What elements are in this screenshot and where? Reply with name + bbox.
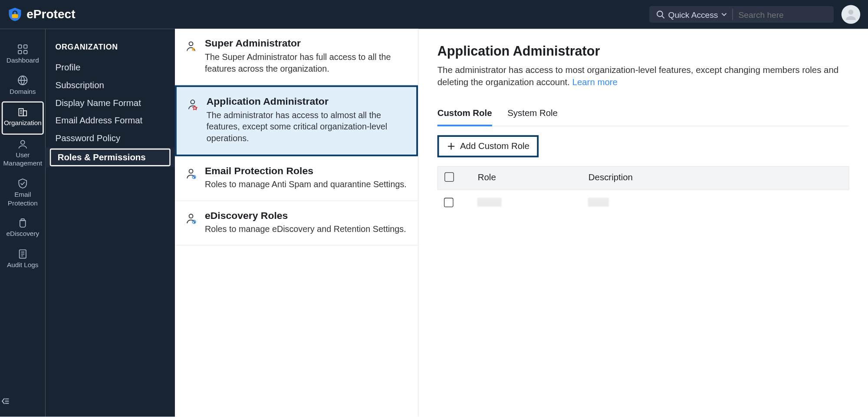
chevron-down-icon [721,12,727,17]
role-tabs: Custom Role System Role [437,103,849,126]
admin-star-icon [187,96,199,144]
role-super-admin[interactable]: Super Administrator The Super Administra… [175,29,418,85]
collapse-icon [0,396,46,407]
row-checkbox[interactable] [444,198,454,207]
svg-point-1 [657,11,663,17]
role-title: eDiscovery Roles [205,210,406,222]
brand-area[interactable]: eProtect [8,7,76,22]
svg-point-25 [189,169,193,173]
nav-label: Email Protection [1,191,44,208]
svg-point-27 [194,176,195,178]
svg-rect-15 [21,219,24,221]
admin-gear-icon [185,165,197,191]
avatar[interactable] [842,5,860,23]
dashboard-icon [17,43,29,55]
brand-name: eProtect [26,7,75,22]
nav-audit-logs[interactable]: Audit Logs [0,244,46,275]
role-title: Email Protection Roles [205,165,407,177]
admin-icon [185,38,197,75]
quick-access-search[interactable]: Quick Access [649,6,834,23]
nav-label: eDiscovery [6,230,39,239]
col-role: Role [471,172,582,184]
role-desc: Roles to manage Anti Spam and quarantine… [205,179,407,190]
add-btn-label: Add Custom Role [460,141,529,151]
learn-more-link[interactable]: Learn more [572,78,618,87]
nav-user-management[interactable]: User Management [0,135,46,174]
role-desc: The Super Administrator has full access … [205,52,408,75]
subnav-email-address-format[interactable]: Email Address Format [46,112,175,130]
topbar: eProtect Quick Access [0,0,868,29]
svg-rect-7 [24,50,27,54]
svg-rect-0 [12,14,18,18]
primary-nav: Dashboard Domains Organization User Mana… [0,29,46,417]
svg-line-2 [662,16,664,18]
nav-domains[interactable]: Domains [0,71,46,102]
divider [733,9,733,20]
role-desc: The administrator has access to almost a… [207,109,406,144]
svg-rect-10 [23,111,27,116]
nav-label: Dashboard [7,56,39,65]
nav-label: User Management [1,151,44,169]
svg-point-30 [194,221,195,222]
user-icon [17,138,29,150]
nav-label: Organization [4,119,42,128]
role-details: Application Administrator The administra… [418,29,868,417]
svg-point-28 [189,214,193,218]
role-email-protection[interactable]: Email Protection Roles Roles to manage A… [175,156,418,201]
search-input[interactable] [739,10,827,19]
tab-custom-role[interactable]: Custom Role [437,103,492,126]
svg-point-23 [189,42,193,46]
svg-rect-4 [18,45,22,48]
sub-nav: ORGANIZATION Profile Subscription Displa… [46,29,175,417]
nav-label: Audit Logs [7,261,38,269]
subnav-title: ORGANIZATION [46,42,175,59]
role-title: Super Administrator [205,38,408,50]
table-header: Role Description [437,166,849,190]
log-icon [17,248,29,260]
globe-icon [17,74,29,86]
role-title: Application Administrator [207,96,406,107]
role-ediscovery[interactable]: eDiscovery Roles Roles to manage eDiscov… [175,201,418,245]
jar-icon [17,217,29,229]
subnav-password-policy[interactable]: Password Policy [46,129,175,147]
svg-point-24 [191,100,194,104]
desc-text: The administrator has access to most org… [437,66,839,87]
admin-gear-icon [185,210,197,235]
nav-ediscovery[interactable]: eDiscovery [0,213,46,244]
add-custom-role-button[interactable]: Add Custom Role [437,135,539,157]
search-icon [656,10,664,19]
subnav-display-name-format[interactable]: Display Name Format [46,94,175,112]
redacted-desc [588,198,609,207]
nav-collapse[interactable] [0,389,46,417]
nav-organization[interactable]: Organization [2,102,44,135]
subnav-roles-permissions[interactable]: Roles & Permissions [50,149,171,166]
svg-point-14 [21,140,25,144]
select-all-checkbox[interactable] [444,172,454,182]
page-description: The administrator has access to most org… [437,64,849,89]
main-layout: Dashboard Domains Organization User Mana… [0,29,868,417]
svg-rect-6 [18,50,22,54]
nav-email-protection[interactable]: Email Protection [0,174,46,213]
quick-access-label: Quick Access [668,10,718,19]
svg-point-3 [848,10,853,14]
col-description: Description [582,172,849,184]
subnav-profile[interactable]: Profile [46,59,175,76]
subnav-subscription[interactable]: Subscription [46,76,175,94]
brand-logo-icon [8,7,22,22]
viewport: eProtect Quick Access Dashboard [0,0,868,417]
building-icon [17,106,29,118]
tab-system-role[interactable]: System Role [507,103,558,126]
plus-icon [447,142,455,150]
nav-label: Domains [10,87,36,96]
role-app-admin[interactable]: Application Administrator The administra… [175,85,418,156]
nav-dashboard[interactable]: Dashboard [0,40,46,71]
redacted-role [477,198,501,207]
svg-rect-5 [24,45,27,48]
page-title: Application Administrator [437,43,849,59]
roles-list: Super Administrator The Super Administra… [175,29,418,417]
table-row[interactable] [437,190,849,217]
shield-icon [17,177,29,189]
role-desc: Roles to manage eDiscovery and Retention… [205,224,406,235]
